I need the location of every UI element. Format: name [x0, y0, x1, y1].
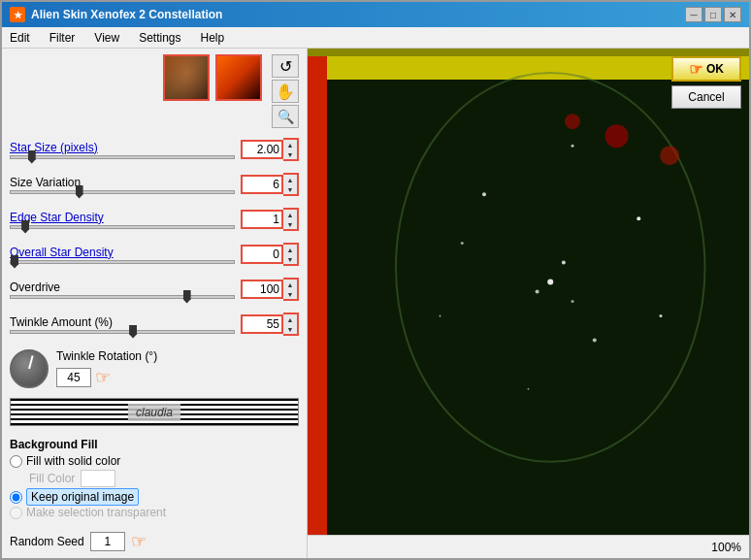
overdrive-slider[interactable] [10, 295, 235, 299]
keep-original-label[interactable]: Keep original image [26, 490, 139, 504]
edge-star-density-input[interactable] [241, 210, 283, 229]
maximize-button[interactable]: □ [704, 7, 722, 22]
svg-point-13 [593, 339, 597, 343]
menu-edit[interactable]: Edit [6, 30, 34, 46]
svg-point-14 [461, 242, 464, 245]
menubar: Edit Filter View Settings Help [2, 27, 749, 49]
overall-star-density-param: Overall Star Density ▲ ▼ [10, 243, 299, 266]
random-seed-label: Random Seed [10, 535, 84, 548]
left-panel: ↺ ✋ 🔍 Star Size (pixels) ▲ [2, 49, 308, 558]
size-variation-spin-down[interactable]: ▼ [283, 184, 297, 194]
svg-point-20 [660, 146, 679, 165]
menu-filter[interactable]: Filter [46, 30, 80, 46]
svg-rect-22 [308, 49, 749, 56]
app-icon: ★ [10, 7, 25, 22]
ok-label: OK [706, 62, 724, 76]
star-size-slider[interactable] [10, 155, 235, 159]
svg-point-17 [536, 290, 539, 294]
keep-original-highlight: Keep original image [26, 488, 139, 506]
thumbnail-before[interactable] [163, 54, 210, 101]
twinkle-amount-param: Twinkle Amount (%) ▲ ▼ [10, 313, 299, 336]
make-transparent-label: Make selection transparent [26, 506, 166, 519]
ok-hand-icon: ☞ [689, 60, 702, 79]
random-seed-hand-icon: ☞ [131, 531, 147, 552]
fill-color-swatch[interactable] [81, 470, 115, 487]
background-fill-section: Background Fill Fill with solid color Fi… [10, 438, 299, 521]
svg-point-21 [565, 114, 580, 129]
keep-original-radio[interactable] [10, 491, 22, 504]
overall-star-density-spin-down[interactable]: ▼ [283, 254, 297, 264]
menu-settings[interactable]: Settings [135, 30, 184, 46]
twinkle-amount-slider[interactable] [10, 330, 235, 334]
background-fill-title: Background Fill [10, 438, 299, 451]
random-seed-row: Random Seed ☞ [10, 531, 299, 552]
size-variation-input[interactable] [241, 175, 283, 194]
star-size-spin-up[interactable]: ▲ [283, 140, 297, 149]
svg-point-9 [637, 216, 640, 220]
window-title: Alien Skin Xenofex 2 Constellation [31, 8, 222, 21]
svg-rect-4 [308, 49, 327, 535]
tool-zoom-icon[interactable]: 🔍 [272, 105, 299, 128]
twinkle-rotation-input[interactable] [56, 368, 91, 387]
overdrive-spin-up[interactable]: ▲ [283, 280, 297, 289]
fill-solid-radio[interactable] [10, 455, 22, 468]
twinkle-amount-spin-up[interactable]: ▲ [283, 314, 297, 324]
star-size-spin-down[interactable]: ▼ [283, 149, 297, 159]
fill-solid-row: Fill with solid color [10, 454, 299, 468]
make-transparent-row: Make selection transparent [10, 506, 299, 519]
twinkle-rotation-label: Twinkle Rotation (°) [56, 349, 157, 363]
random-seed-input[interactable] [90, 532, 125, 551]
action-buttons: ☞ OK Cancel [671, 56, 741, 109]
minimize-button[interactable]: ─ [685, 7, 702, 22]
thumbnail-after[interactable] [215, 54, 262, 101]
svg-point-18 [571, 300, 574, 303]
twinkle-amount-input[interactable] [241, 314, 283, 334]
edge-star-density-slider[interactable] [10, 225, 235, 229]
svg-rect-0 [308, 49, 749, 535]
ok-button[interactable]: ☞ OK [671, 56, 741, 82]
edge-star-density-spin-down[interactable]: ▼ [283, 219, 297, 229]
edge-star-density-spin-up[interactable]: ▲ [283, 210, 297, 219]
star-size-input[interactable] [241, 140, 283, 159]
main-content: ↺ ✋ 🔍 Star Size (pixels) ▲ [2, 49, 749, 558]
title-bar-left: ★ Alien Skin Xenofex 2 Constellation [10, 7, 222, 22]
svg-point-12 [528, 388, 530, 390]
preview-svg [308, 49, 749, 535]
overall-star-density-slider[interactable] [10, 260, 235, 264]
cancel-button[interactable]: Cancel [671, 85, 741, 109]
dial-needle [28, 355, 34, 369]
star-size-param: Star Size (pixels) ▲ ▼ [10, 138, 299, 161]
tool-reset-icon[interactable]: ↺ [272, 54, 299, 78]
size-variation-spin-up[interactable]: ▲ [283, 175, 297, 184]
svg-point-7 [482, 192, 486, 196]
tool-hand-icon[interactable]: ✋ [272, 80, 299, 103]
overdrive-input[interactable] [241, 280, 283, 299]
main-window: ★ Alien Skin Xenofex 2 Constellation ─ □… [0, 0, 751, 560]
title-bar-controls: ─ □ ✕ [685, 7, 741, 22]
size-variation-slider[interactable] [10, 190, 235, 194]
fill-color-row: Fill Color [29, 470, 299, 487]
preview-image[interactable] [308, 49, 749, 535]
overall-star-density-input[interactable] [241, 245, 283, 264]
svg-point-16 [562, 260, 566, 264]
svg-point-19 [605, 124, 629, 148]
make-transparent-radio[interactable] [10, 507, 22, 519]
preview-statusbar: 100% [308, 535, 749, 558]
fill-solid-label[interactable]: Fill with solid color [26, 454, 120, 468]
menu-view[interactable]: View [90, 30, 123, 46]
size-variation-param: Size Variation ▲ ▼ [10, 173, 299, 196]
menu-help[interactable]: Help [197, 30, 229, 46]
twinkle-rotation-dial[interactable] [10, 349, 49, 388]
overdrive-spin-down[interactable]: ▼ [283, 289, 297, 299]
twinkle-hand-icon: ☞ [95, 367, 111, 388]
overdrive-param: Overdrive ▲ ▼ [10, 278, 299, 301]
twinkle-amount-spin-down[interactable]: ▼ [283, 324, 297, 334]
close-button[interactable]: ✕ [724, 7, 741, 22]
title-bar: ★ Alien Skin Xenofex 2 Constellation ─ □… [2, 2, 749, 27]
svg-point-8 [571, 145, 574, 148]
edge-star-density-param: Edge Star Density ▲ ▼ [10, 208, 299, 231]
fill-color-label: Fill Color [29, 472, 75, 485]
overall-star-density-spin-up[interactable]: ▲ [283, 245, 297, 254]
cancel-label: Cancel [688, 90, 724, 104]
zoom-level: 100% [711, 541, 741, 554]
